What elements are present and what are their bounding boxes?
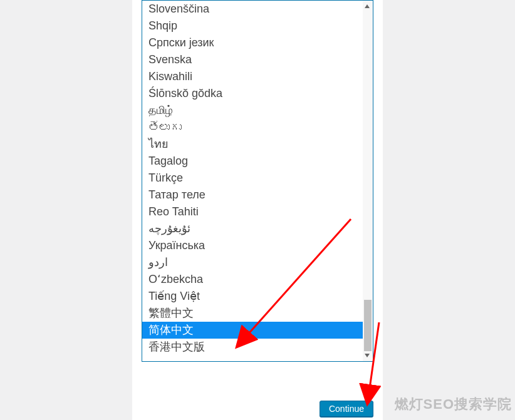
language-option[interactable]: Svenska — [142, 51, 373, 68]
svg-marker-1 — [365, 354, 370, 357]
language-option[interactable]: Татар теле — [142, 187, 373, 203]
language-option[interactable]: Ślōnskŏ gŏdka — [142, 85, 373, 102]
language-option[interactable]: Oʻzbekcha — [142, 271, 373, 288]
watermark-text: 燃灯SEO搜索学院 — [395, 395, 512, 414]
language-option[interactable]: தமிழ் — [142, 102, 373, 119]
scroll-up-arrow-icon[interactable] — [362, 1, 372, 11]
language-option[interactable]: ئۇيغۇرچە — [142, 220, 373, 237]
language-option[interactable]: 简体中文 — [142, 322, 373, 339]
scroll-down-arrow-icon[interactable] — [362, 351, 372, 361]
language-option[interactable]: اردو — [142, 254, 373, 271]
language-option[interactable]: ไทย — [142, 136, 373, 153]
language-option[interactable]: Kiswahili — [142, 68, 373, 85]
continue-button[interactable]: Continue — [320, 401, 373, 417]
language-select[interactable]: SlovenščinaShqipСрпски језикSvenskaKiswa… — [142, 0, 373, 362]
language-option[interactable]: 繁體中文 — [142, 305, 373, 322]
page-container: SlovenščinaShqipСрпски језикSvenskaKiswa… — [0, 0, 515, 420]
language-option[interactable]: Türkçe — [142, 170, 373, 187]
language-option[interactable]: Slovenščina — [142, 1, 373, 18]
scrollbar-track[interactable] — [363, 1, 373, 361]
language-option[interactable]: Reo Tahiti — [142, 203, 373, 220]
language-option[interactable]: Tagalog — [142, 153, 373, 170]
language-select-wrapper: SlovenščinaShqipСрпски језикSvenskaKiswa… — [142, 0, 373, 362]
language-option[interactable]: Українська — [142, 237, 373, 254]
language-option[interactable]: Српски језик — [142, 34, 373, 51]
scrollbar-thumb[interactable] — [364, 300, 372, 351]
language-option[interactable]: Shqip — [142, 18, 373, 34]
language-option[interactable]: తెలుగు — [142, 119, 373, 136]
language-option[interactable]: 香港中文版 — [142, 339, 373, 356]
content-box: SlovenščinaShqipСрпски језикSvenskaKiswa… — [132, 0, 383, 420]
svg-marker-0 — [365, 4, 370, 8]
language-option[interactable]: Tiếng Việt — [142, 288, 373, 305]
